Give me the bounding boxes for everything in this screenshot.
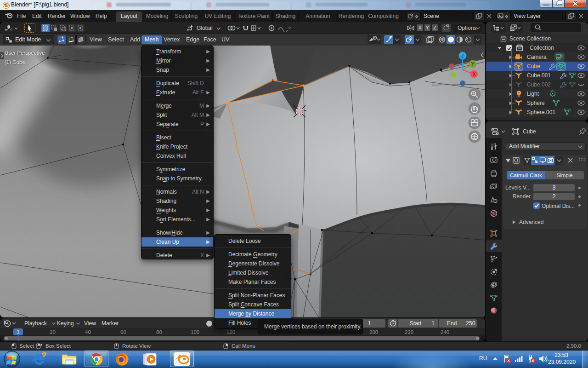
- svg-text:(1) Cube: (1) Cube: [5, 59, 25, 65]
- svg-text:Z: Z: [461, 53, 464, 58]
- svg-text:User Perspective: User Perspective: [5, 50, 45, 56]
- svg-text:Y: Y: [471, 62, 475, 67]
- svg-text:X: X: [473, 72, 476, 77]
